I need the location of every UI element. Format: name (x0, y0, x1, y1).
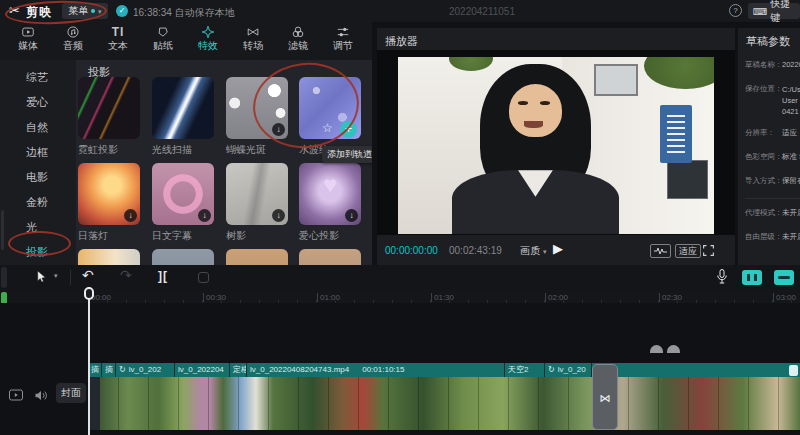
timeline-ruler[interactable]: 00:00 00:30 01:00 01:30 02:00 02:30 03:0… (0, 290, 800, 303)
ruler-tick: 01:30 (431, 293, 454, 302)
download-icon[interactable]: ↓ (272, 209, 285, 222)
draft-row-label: 分辨率： (745, 128, 775, 138)
autosave-check-icon: ✓ (116, 5, 128, 17)
help-icon[interactable]: ? (729, 4, 742, 17)
annotation-ellipse-projection (8, 231, 71, 256)
project-title: 202204211051 (449, 6, 515, 17)
tab-audio[interactable]: 音频 (51, 25, 95, 58)
download-icon[interactable]: ↓ (198, 209, 211, 222)
effect-card-partial[interactable] (78, 249, 140, 265)
sidebar-item-love[interactable]: 爱心 (0, 90, 76, 115)
clip-segment[interactable]: ↻lv_0_202 (116, 363, 175, 377)
sidebar-item-nature[interactable]: 自然 (0, 115, 76, 140)
clip-segment[interactable]: 摘 (102, 363, 116, 377)
clip-segment-sky[interactable]: 天空2 (505, 363, 545, 377)
tab-effects[interactable]: 特效 (186, 25, 230, 58)
media-icon (21, 25, 35, 39)
waveform-preview-button[interactable] (650, 244, 671, 258)
transition-marker[interactable]: ⋈ (592, 364, 618, 430)
clip-segment[interactable] (592, 363, 800, 377)
timeline-scrollbar[interactable] (1, 267, 7, 288)
player-title: 播放器 (385, 34, 418, 49)
tab-media[interactable]: 媒体 (6, 25, 50, 58)
ruler-tick: 02:30 (659, 293, 682, 302)
tab-text[interactable]: TI 文本 (96, 25, 140, 58)
undo-button[interactable]: ↶ (82, 267, 94, 283)
clip-segment[interactable]: lv_0_202204 (175, 363, 230, 377)
clip-segment[interactable]: lv_0_20220408204743.mp400:01:10:15 (247, 363, 505, 377)
effects-icon (201, 25, 215, 39)
effect-card-light-scan[interactable] (152, 77, 214, 139)
tab-sticker[interactable]: 贴纸 (141, 25, 185, 58)
chevron-down-icon: ▾ (543, 248, 547, 255)
draft-row-label: 导入方式： (745, 176, 783, 186)
linkage-toggle-icon[interactable] (774, 270, 794, 285)
clip-segment-freeze-frame[interactable]: 定格 (230, 363, 247, 377)
capcut-app: ✂ 剪映 菜单 ▾ ✓ 16:38:34 自动保存本地 202204211051… (0, 0, 800, 435)
fullscreen-icon[interactable] (702, 244, 715, 257)
delete-button[interactable] (198, 272, 209, 283)
effect-card-partial[interactable] (226, 249, 288, 265)
sidebar-scrollbar[interactable] (1, 210, 4, 250)
sidebar-item-movie[interactable]: 电影 (0, 165, 76, 190)
play-button[interactable]: ▶ (553, 241, 563, 256)
speed-icon: ↻ (119, 363, 126, 377)
record-mic-icon[interactable] (714, 268, 730, 286)
effect-label: 光线扫描 (152, 143, 192, 157)
tab-filter[interactable]: 滤镜 (276, 25, 320, 58)
video-frame[interactable] (398, 57, 714, 234)
sidebar-item-golddust[interactable]: 金粉 (0, 190, 76, 215)
clip-segment[interactable]: ↻lv_0_20 (545, 363, 592, 377)
draft-row-value: 适应 (782, 128, 797, 138)
effect-card-tree-shadow[interactable]: ↓ (226, 163, 288, 225)
split-button[interactable]: ][ (158, 269, 168, 283)
shortcuts-button[interactable]: ⌨ 快捷键 (748, 3, 800, 19)
filter-icon (291, 25, 305, 39)
effect-label: 日文字幕 (152, 229, 192, 243)
select-tool-icon[interactable] (34, 269, 49, 285)
track-mute-icon[interactable] (34, 389, 48, 402)
waveform-icon (653, 246, 668, 256)
tool-chevron-icon[interactable]: ▾ (54, 272, 58, 280)
effect-card-japanese-subtitle[interactable]: ↓ (152, 163, 214, 225)
collapsed-track-icon[interactable] (650, 345, 663, 353)
collapsed-track-icon[interactable] (667, 345, 680, 353)
effect-label: 蝴蝶光斑 (226, 143, 266, 157)
clip-duration: 00:01:10:15 (362, 363, 404, 377)
draft-panel-title: 草稿参数 (746, 34, 790, 49)
titlebar: ✂ 剪映 菜单 ▾ ✓ 16:38:34 自动保存本地 202204211051… (0, 0, 800, 22)
effect-card-heart-projection[interactable]: ♥ ↓ (299, 163, 361, 225)
quality-dropdown[interactable]: 画质 ▾ (520, 244, 547, 258)
video-letterbox (377, 50, 735, 235)
fit-button[interactable]: 适应 (675, 244, 701, 258)
sidebar-item-border[interactable]: 边框 (0, 140, 76, 165)
redo-button[interactable]: ↷ (120, 267, 132, 283)
video-clip[interactable]: 摘 摘 ↻lv_0_202 lv_0_202204 定格 lv_0_202204… (88, 363, 800, 430)
effect-card-partial[interactable] (152, 249, 214, 265)
draft-row-value: 标准 S (782, 152, 800, 162)
playhead-handle[interactable] (84, 287, 94, 300)
window (667, 160, 708, 199)
person-eye (518, 101, 527, 105)
effect-card-partial[interactable] (299, 249, 361, 265)
download-icon[interactable]: ↓ (124, 209, 137, 222)
draft-row-value: 20220 (782, 60, 800, 69)
draft-row-label: 自由层级： (745, 232, 783, 242)
effect-card-neon-projection[interactable] (78, 77, 140, 139)
download-icon[interactable]: ↓ (345, 209, 358, 222)
tab-adjust[interactable]: 调节 (321, 25, 365, 58)
tab-transition[interactable]: 转场 (231, 25, 275, 58)
clip-filmstrip[interactable] (88, 377, 800, 430)
draft-row-value: 未开启 (782, 232, 800, 242)
shortcuts-label: 快捷键 (770, 0, 795, 25)
track-visibility-icon[interactable] (8, 388, 24, 402)
clip-segment[interactable]: 摘 (88, 363, 102, 377)
snap-toggle-icon[interactable] (742, 270, 762, 285)
cover-button[interactable]: 封面 (56, 383, 86, 403)
clip-edge-badge (789, 365, 798, 376)
sidebar-item-variety[interactable]: 综艺 (0, 65, 76, 90)
player-panel: 播放器 00:00:00:00 00:02:43:19 画质 ▾ (377, 28, 735, 265)
adjust-icon (336, 25, 350, 39)
sticker-icon (156, 25, 170, 39)
effect-card-sunset-lamp[interactable]: ↓ (78, 163, 140, 225)
